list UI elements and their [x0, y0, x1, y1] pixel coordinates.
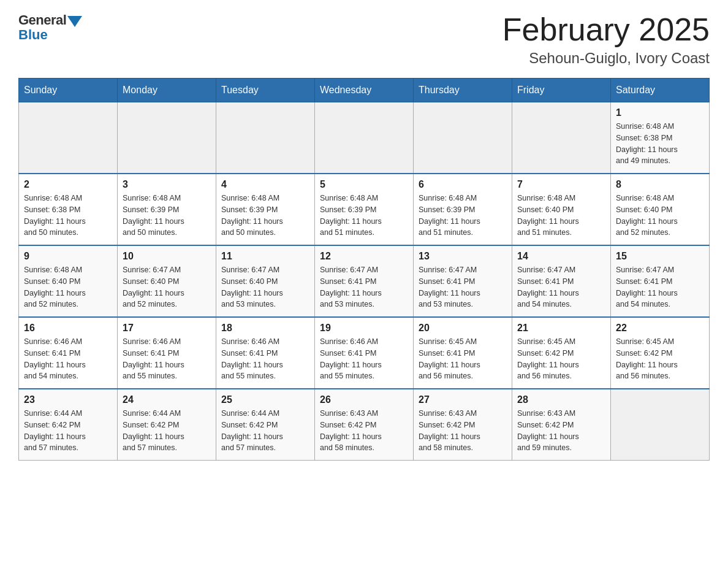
logo: General Blue — [18, 12, 82, 43]
calendar-cell: 7Sunrise: 6:48 AM Sunset: 6:40 PM Daylig… — [512, 174, 611, 245]
day-number: 8 — [616, 179, 704, 190]
calendar-cell: 17Sunrise: 6:46 AM Sunset: 6:41 PM Dayli… — [118, 317, 216, 389]
calendar-cell — [611, 389, 710, 461]
day-info: Sunrise: 6:48 AM Sunset: 6:38 PM Dayligh… — [24, 193, 112, 239]
day-info: Sunrise: 6:46 AM Sunset: 6:41 PM Dayligh… — [320, 336, 408, 382]
calendar-week-row: 16Sunrise: 6:46 AM Sunset: 6:41 PM Dayli… — [19, 317, 710, 389]
day-number: 21 — [517, 323, 605, 334]
day-info: Sunrise: 6:48 AM Sunset: 6:39 PM Dayligh… — [123, 193, 211, 239]
day-number: 2 — [24, 179, 112, 190]
calendar-cell — [19, 102, 118, 174]
calendar-cell: 21Sunrise: 6:45 AM Sunset: 6:42 PM Dayli… — [512, 317, 611, 389]
calendar-cell: 24Sunrise: 6:44 AM Sunset: 6:42 PM Dayli… — [118, 389, 216, 461]
calendar-cell: 18Sunrise: 6:46 AM Sunset: 6:41 PM Dayli… — [216, 317, 315, 389]
calendar-cell: 10Sunrise: 6:47 AM Sunset: 6:40 PM Dayli… — [118, 245, 216, 317]
calendar-cell: 27Sunrise: 6:43 AM Sunset: 6:42 PM Dayli… — [414, 389, 512, 461]
day-info: Sunrise: 6:47 AM Sunset: 6:41 PM Dayligh… — [419, 264, 507, 310]
header-day-friday: Friday — [512, 79, 611, 102]
header-day-tuesday: Tuesday — [216, 79, 315, 102]
day-number: 14 — [517, 251, 605, 262]
calendar-cell — [118, 102, 216, 174]
calendar-cell: 6Sunrise: 6:48 AM Sunset: 6:39 PM Daylig… — [414, 174, 512, 245]
header-day-saturday: Saturday — [611, 79, 710, 102]
calendar-cell: 19Sunrise: 6:46 AM Sunset: 6:41 PM Dayli… — [315, 317, 414, 389]
day-number: 1 — [616, 107, 704, 118]
calendar-cell — [512, 102, 611, 174]
header-day-thursday: Thursday — [414, 79, 512, 102]
logo-blue-text: Blue — [18, 27, 48, 43]
day-info: Sunrise: 6:46 AM Sunset: 6:41 PM Dayligh… — [123, 336, 211, 382]
day-info: Sunrise: 6:43 AM Sunset: 6:42 PM Dayligh… — [517, 408, 605, 454]
calendar-cell: 13Sunrise: 6:47 AM Sunset: 6:41 PM Dayli… — [414, 245, 512, 317]
day-info: Sunrise: 6:48 AM Sunset: 6:39 PM Dayligh… — [320, 193, 408, 239]
calendar-week-row: 2Sunrise: 6:48 AM Sunset: 6:38 PM Daylig… — [19, 174, 710, 245]
calendar-header-row: SundayMondayTuesdayWednesdayThursdayFrid… — [19, 79, 710, 102]
day-number: 20 — [419, 323, 507, 334]
day-info: Sunrise: 6:47 AM Sunset: 6:41 PM Dayligh… — [517, 264, 605, 310]
day-info: Sunrise: 6:45 AM Sunset: 6:42 PM Dayligh… — [616, 336, 704, 382]
calendar-subtitle: Sehoun-Guiglo, Ivory Coast — [502, 50, 710, 67]
day-info: Sunrise: 6:47 AM Sunset: 6:40 PM Dayligh… — [221, 264, 309, 310]
day-number: 9 — [24, 251, 112, 262]
calendar-table: SundayMondayTuesdayWednesdayThursdayFrid… — [18, 78, 710, 461]
logo-arrow-icon — [67, 16, 82, 27]
calendar-cell: 2Sunrise: 6:48 AM Sunset: 6:38 PM Daylig… — [19, 174, 118, 245]
day-number: 13 — [419, 251, 507, 262]
calendar-cell: 25Sunrise: 6:44 AM Sunset: 6:42 PM Dayli… — [216, 389, 315, 461]
header-day-monday: Monday — [118, 79, 216, 102]
day-number: 27 — [419, 394, 507, 405]
day-info: Sunrise: 6:48 AM Sunset: 6:40 PM Dayligh… — [517, 193, 605, 239]
calendar-cell: 15Sunrise: 6:47 AM Sunset: 6:41 PM Dayli… — [611, 245, 710, 317]
page-header: General Blue February 2025 Sehoun-Guiglo… — [18, 12, 710, 67]
day-number: 17 — [123, 323, 211, 334]
calendar-cell — [315, 102, 414, 174]
day-info: Sunrise: 6:44 AM Sunset: 6:42 PM Dayligh… — [221, 408, 309, 454]
day-info: Sunrise: 6:46 AM Sunset: 6:41 PM Dayligh… — [221, 336, 309, 382]
day-info: Sunrise: 6:45 AM Sunset: 6:42 PM Dayligh… — [517, 336, 605, 382]
calendar-cell: 16Sunrise: 6:46 AM Sunset: 6:41 PM Dayli… — [19, 317, 118, 389]
day-info: Sunrise: 6:44 AM Sunset: 6:42 PM Dayligh… — [24, 408, 112, 454]
day-number: 28 — [517, 394, 605, 405]
calendar-cell: 28Sunrise: 6:43 AM Sunset: 6:42 PM Dayli… — [512, 389, 611, 461]
calendar-week-row: 9Sunrise: 6:48 AM Sunset: 6:40 PM Daylig… — [19, 245, 710, 317]
day-info: Sunrise: 6:48 AM Sunset: 6:39 PM Dayligh… — [419, 193, 507, 239]
day-info: Sunrise: 6:48 AM Sunset: 6:38 PM Dayligh… — [616, 121, 704, 167]
day-number: 18 — [221, 323, 309, 334]
day-number: 3 — [123, 179, 211, 190]
header-day-wednesday: Wednesday — [315, 79, 414, 102]
calendar-cell: 1Sunrise: 6:48 AM Sunset: 6:38 PM Daylig… — [611, 102, 710, 174]
day-number: 12 — [320, 251, 408, 262]
logo-general-text: General — [18, 12, 66, 28]
calendar-cell: 5Sunrise: 6:48 AM Sunset: 6:39 PM Daylig… — [315, 174, 414, 245]
calendar-cell: 12Sunrise: 6:47 AM Sunset: 6:41 PM Dayli… — [315, 245, 414, 317]
day-info: Sunrise: 6:47 AM Sunset: 6:41 PM Dayligh… — [320, 264, 408, 310]
calendar-cell — [414, 102, 512, 174]
day-number: 7 — [517, 179, 605, 190]
calendar-cell: 14Sunrise: 6:47 AM Sunset: 6:41 PM Dayli… — [512, 245, 611, 317]
day-number: 6 — [419, 179, 507, 190]
calendar-cell — [216, 102, 315, 174]
day-number: 11 — [221, 251, 309, 262]
calendar-cell: 11Sunrise: 6:47 AM Sunset: 6:40 PM Dayli… — [216, 245, 315, 317]
calendar-cell: 26Sunrise: 6:43 AM Sunset: 6:42 PM Dayli… — [315, 389, 414, 461]
calendar-title: February 2025 — [502, 12, 710, 47]
calendar-cell: 20Sunrise: 6:45 AM Sunset: 6:41 PM Dayli… — [414, 317, 512, 389]
day-number: 5 — [320, 179, 408, 190]
day-info: Sunrise: 6:47 AM Sunset: 6:40 PM Dayligh… — [123, 264, 211, 310]
title-block: February 2025 Sehoun-Guiglo, Ivory Coast — [502, 12, 710, 67]
day-number: 19 — [320, 323, 408, 334]
calendar-week-row: 1Sunrise: 6:48 AM Sunset: 6:38 PM Daylig… — [19, 102, 710, 174]
day-info: Sunrise: 6:46 AM Sunset: 6:41 PM Dayligh… — [24, 336, 112, 382]
calendar-week-row: 23Sunrise: 6:44 AM Sunset: 6:42 PM Dayli… — [19, 389, 710, 461]
day-number: 15 — [616, 251, 704, 262]
calendar-cell: 23Sunrise: 6:44 AM Sunset: 6:42 PM Dayli… — [19, 389, 118, 461]
day-info: Sunrise: 6:44 AM Sunset: 6:42 PM Dayligh… — [123, 408, 211, 454]
day-info: Sunrise: 6:48 AM Sunset: 6:39 PM Dayligh… — [221, 193, 309, 239]
day-number: 22 — [616, 323, 704, 334]
calendar-cell: 22Sunrise: 6:45 AM Sunset: 6:42 PM Dayli… — [611, 317, 710, 389]
calendar-cell: 8Sunrise: 6:48 AM Sunset: 6:40 PM Daylig… — [611, 174, 710, 245]
calendar-cell: 9Sunrise: 6:48 AM Sunset: 6:40 PM Daylig… — [19, 245, 118, 317]
day-info: Sunrise: 6:48 AM Sunset: 6:40 PM Dayligh… — [24, 264, 112, 310]
day-info: Sunrise: 6:43 AM Sunset: 6:42 PM Dayligh… — [320, 408, 408, 454]
day-number: 25 — [221, 394, 309, 405]
